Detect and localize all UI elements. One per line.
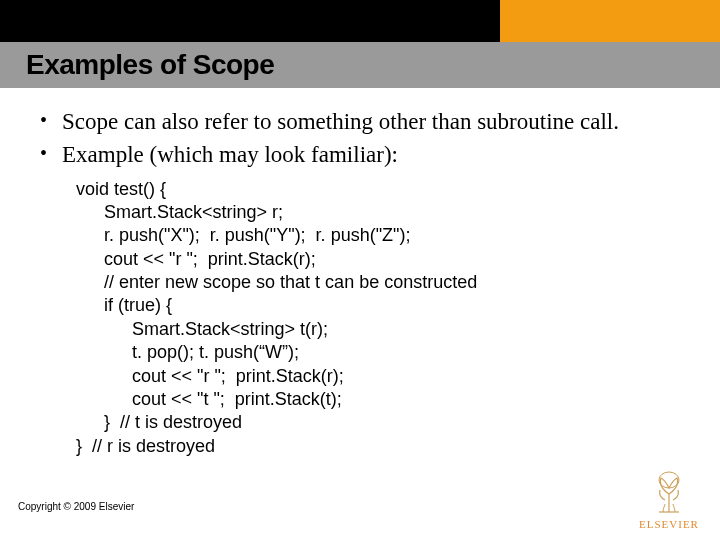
publisher-logo: ELSEVIER (634, 468, 704, 530)
code-line: cout << "r "; print.Stack(r); (76, 365, 688, 388)
code-line: } // r is destroyed (76, 435, 688, 458)
code-line: t. pop(); t. push(“W”); (76, 341, 688, 364)
publisher-name: ELSEVIER (634, 518, 704, 530)
code-line: if (true) { (76, 294, 688, 317)
tree-icon (645, 468, 693, 516)
header-orange-block (500, 0, 720, 42)
code-line: } // t is destroyed (76, 411, 688, 434)
title-bar: Examples of Scope (0, 42, 720, 88)
bullet-item: Example (which may look familiar): (38, 141, 688, 170)
slide-title: Examples of Scope (26, 49, 274, 81)
code-block: void test() { Smart.Stack<string> r; r. … (76, 178, 688, 459)
code-line: Smart.Stack<string> r; (76, 201, 688, 224)
code-line: void test() { (76, 178, 688, 201)
code-line: cout << "r "; print.Stack(r); (76, 248, 688, 271)
bullet-list: Scope can also refer to something other … (38, 108, 688, 170)
code-line: Smart.Stack<string> t(r); (76, 318, 688, 341)
bullet-item: Scope can also refer to something other … (38, 108, 688, 137)
svg-point-1 (659, 472, 679, 488)
slide-content: Scope can also refer to something other … (38, 108, 688, 458)
code-line: r. push("X"); r. push("Y"); r. push("Z")… (76, 224, 688, 247)
code-line: // enter new scope so that t can be cons… (76, 271, 688, 294)
copyright-text: Copyright © 2009 Elsevier (18, 501, 134, 512)
code-line: cout << "t "; print.Stack(t); (76, 388, 688, 411)
